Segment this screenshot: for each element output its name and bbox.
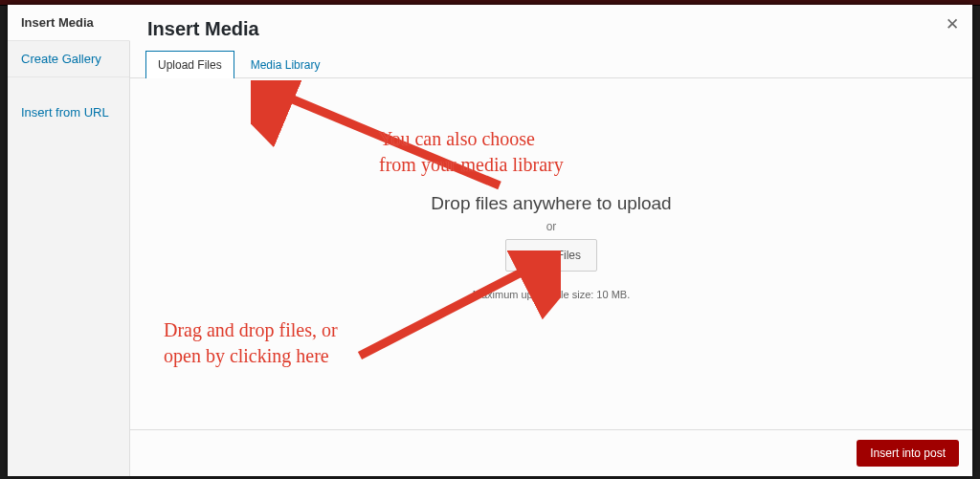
- arrow-top-icon: [251, 80, 519, 205]
- max-upload-size: Maximum upload file size: 10 MB.: [130, 289, 972, 300]
- modal-title: Insert Media: [147, 18, 955, 40]
- insert-media-modal: Insert Media Create Gallery Insert from …: [8, 5, 972, 476]
- modal-main: Insert Media ✕ Upload Files Media Librar…: [130, 5, 972, 476]
- sidebar-item-insert-media[interactable]: Insert Media: [8, 5, 130, 41]
- modal-sidebar: Insert Media Create Gallery Insert from …: [8, 5, 130, 476]
- drop-files-text: Drop files anywhere to upload: [130, 193, 972, 214]
- uploader: Drop files anywhere to upload or Select …: [130, 193, 972, 300]
- svg-line-0: [270, 90, 500, 185]
- annotation-top: You can also choose from your media libr…: [379, 126, 564, 178]
- sidebar-separator: [8, 77, 129, 95]
- tab-upload-files[interactable]: Upload Files: [145, 51, 234, 78]
- modal-footer: Insert into post: [130, 429, 972, 476]
- close-icon[interactable]: ✕: [946, 14, 959, 34]
- insert-into-post-button[interactable]: Insert into post: [857, 440, 959, 467]
- media-tabs: Upload Files Media Library: [130, 50, 972, 78]
- sidebar-item-insert-from-url[interactable]: Insert from URL: [8, 95, 129, 130]
- or-text: or: [130, 220, 972, 233]
- uploader-panel: Drop files anywhere to upload or Select …: [130, 78, 972, 429]
- sidebar-item-create-gallery[interactable]: Create Gallery: [8, 41, 129, 77]
- modal-header: Insert Media ✕: [130, 5, 972, 50]
- tab-media-library[interactable]: Media Library: [238, 51, 333, 78]
- annotation-bottom: Drag and drop files, or open by clicking…: [164, 317, 338, 369]
- select-files-button[interactable]: Select Files: [505, 239, 597, 272]
